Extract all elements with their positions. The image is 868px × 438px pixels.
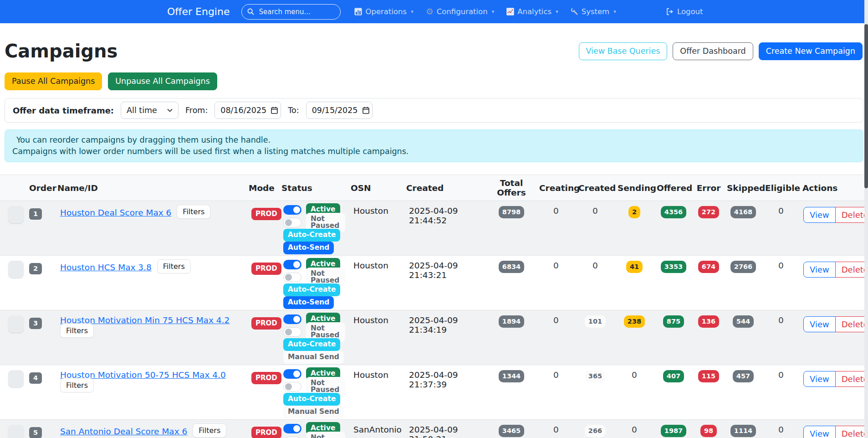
eligible-cell: 0 [762, 420, 800, 438]
total-offers-cell: 1344 [486, 365, 536, 420]
count-badge: 544 [733, 315, 754, 328]
app-brand[interactable]: Offer Engine [167, 6, 230, 17]
alert-line-2: Campaigns with lower order numbers will … [12, 146, 856, 157]
count-value: 0 [632, 425, 637, 434]
drag-handle[interactable] [8, 206, 24, 223]
pause-all-campaigns-button[interactable]: Pause All Campaigns [5, 72, 102, 90]
count-badge: 101 [585, 315, 606, 328]
creating-cell: 0 [536, 365, 576, 420]
delete-button[interactable]: Delete [835, 371, 868, 387]
paused-toggle[interactable] [283, 382, 301, 392]
created-at-cell: 2025-04-09 21:50:21 [403, 420, 486, 438]
count-badge: 875 [663, 315, 684, 328]
count-badge: 1987 [661, 425, 686, 437]
count-badge: 365 [585, 370, 606, 382]
count-value: 0 [553, 261, 559, 270]
created-at-cell: 2025-04-09 21:34:19 [403, 310, 486, 365]
active-toggle[interactable] [283, 205, 301, 215]
view-base-queries-button[interactable]: View Base Queries [579, 42, 668, 60]
sending-cell: 0 [615, 365, 654, 420]
scrollbar-thumb[interactable] [864, 24, 868, 188]
creating-cell: 0 [536, 420, 576, 438]
campaign-name-link[interactable]: Houston Deal Score Max 6 [60, 208, 171, 217]
active-toggle[interactable] [283, 369, 301, 379]
campaign-name-link[interactable]: San Antonio Deal Score Max 6 [60, 427, 187, 436]
search-input[interactable] [258, 7, 326, 16]
view-button[interactable]: View [803, 262, 836, 278]
mode-badge: PROD [251, 317, 281, 330]
count-badge: 136 [698, 315, 719, 328]
mode-badge: PROD [251, 208, 281, 220]
auto-create-badge: Auto-Create [283, 229, 340, 242]
create-new-campaign-button[interactable]: Create New Campaign [759, 42, 863, 60]
campaign-name-link[interactable]: Houston HCS Max 3.8 [60, 263, 152, 272]
gear-icon: ⚙ [426, 8, 434, 15]
creating-cell: 0 [536, 201, 576, 256]
logout-button[interactable]: Logout [666, 0, 703, 23]
to-date-input[interactable]: 09/15/2025 [306, 102, 373, 119]
view-button[interactable]: View [803, 207, 836, 223]
bar-chart-icon [354, 8, 362, 15]
eligible-cell: 0 [762, 256, 800, 310]
auto-create-badge: Auto-Create [283, 283, 340, 296]
timeframe-select[interactable]: All time [121, 102, 179, 119]
calendar-icon[interactable] [363, 107, 369, 114]
delete-button[interactable]: Delete [835, 207, 868, 223]
calendar-icon[interactable] [271, 107, 278, 114]
filters-button[interactable]: Filters [157, 259, 191, 273]
count-badge: 2766 [730, 261, 756, 273]
drag-handle[interactable] [8, 315, 24, 333]
nav-operations[interactable]: Operations ▾ [354, 7, 413, 16]
logout-icon [666, 8, 674, 15]
offer-dashboard-button[interactable]: Offer Dashboard [673, 42, 753, 60]
paused-toggle[interactable] [283, 437, 301, 438]
order-badge: 5 [29, 427, 42, 438]
drag-handle[interactable] [8, 425, 24, 438]
filters-button[interactable]: Filters [177, 205, 210, 219]
nav-system[interactable]: System ▾ [571, 7, 616, 16]
total-offers-cell: 8798 [486, 201, 536, 256]
column-header: Sending [615, 175, 654, 201]
paused-toggle[interactable] [283, 273, 301, 282]
nav-configuration[interactable]: ⚙ Configuration ▾ [426, 7, 494, 16]
paused-toggle[interactable] [283, 218, 301, 227]
osn-cell: Houston [348, 256, 403, 310]
active-toggle[interactable] [283, 314, 301, 324]
view-button[interactable]: View [803, 316, 836, 332]
paused-toggle[interactable] [283, 327, 301, 337]
created-count-cell: 0 [576, 201, 615, 256]
column-header: Status [279, 175, 348, 201]
filters-button[interactable]: Filters [193, 423, 226, 438]
delete-button[interactable]: Delete [835, 316, 868, 332]
view-button[interactable]: View [803, 426, 836, 438]
active-toggle[interactable] [283, 424, 301, 433]
delete-button[interactable]: Delete [835, 426, 868, 438]
column-header: Eligible [762, 175, 800, 201]
count-badge: 6834 [499, 261, 524, 273]
drag-handle[interactable] [8, 370, 24, 387]
count-value: 0 [553, 370, 559, 380]
from-date-input[interactable]: 08/16/2025 [214, 102, 281, 119]
row-actions: ViewDelete [803, 316, 868, 332]
search-icon [247, 8, 254, 15]
view-button[interactable]: View [803, 371, 836, 387]
nav-analytics[interactable]: Analytics ▾ [506, 7, 558, 16]
filters-button[interactable]: Filters [60, 324, 94, 338]
count-badge: 115 [698, 370, 719, 382]
campaign-rows: 1 Houston Deal Score Max 6Filters PROD A… [0, 201, 868, 438]
count-value: 0 [778, 315, 784, 325]
count-badge: 457 [733, 370, 754, 382]
column-header: Skipped [724, 175, 762, 201]
page-title: Campaigns [5, 40, 117, 62]
active-toggle[interactable] [283, 260, 301, 269]
column-header: OSN [348, 175, 403, 201]
scrollbar-track[interactable] [864, 0, 868, 438]
filters-button[interactable]: Filters [60, 378, 94, 392]
unpause-all-campaigns-button[interactable]: Unpause All Campaigns [108, 72, 217, 90]
count-badge: 3353 [661, 261, 686, 273]
menu-search[interactable] [241, 4, 341, 20]
sending-cell: 238 [615, 310, 654, 365]
count-badge: 98 [700, 425, 717, 437]
drag-handle[interactable] [8, 261, 24, 278]
delete-button[interactable]: Delete [835, 262, 868, 278]
